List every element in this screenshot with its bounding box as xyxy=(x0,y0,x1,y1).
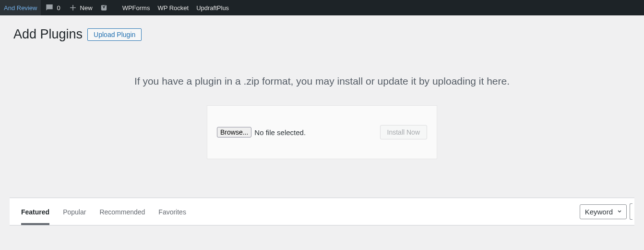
filter-tabs: Featured Popular Recommended Favorites xyxy=(10,198,186,225)
toolbar-item-wpforms[interactable]: WPForms xyxy=(119,0,154,15)
toolbar-review-link[interactable]: And Review xyxy=(0,0,41,15)
toolbar-review-label: And Review xyxy=(4,4,37,12)
tab-popular[interactable]: Popular xyxy=(63,199,86,225)
upload-form: Browse... No file selected. Install Now xyxy=(207,105,437,159)
toolbar-item-label: UpdraftPlus xyxy=(196,4,229,12)
toolbar-comments[interactable]: 0 xyxy=(41,0,64,15)
page-title: Add Plugins xyxy=(13,27,83,42)
install-now-button[interactable]: Install Now xyxy=(380,125,427,139)
tab-featured[interactable]: Featured xyxy=(21,199,49,225)
toolbar-item-label: WPForms xyxy=(122,4,150,12)
plugin-filter-bar: Featured Popular Recommended Favorites K… xyxy=(10,198,634,225)
search-type-select[interactable]: Keyword xyxy=(580,204,627,219)
comment-icon xyxy=(45,3,54,12)
toolbar-item-updraftplus[interactable]: UpdraftPlus xyxy=(192,0,233,15)
tab-favorites[interactable]: Favorites xyxy=(158,199,186,225)
file-input-group: Browse... No file selected. xyxy=(217,127,306,138)
browse-button[interactable]: Browse... xyxy=(217,127,251,138)
page-header: Add Plugins Upload Plugin xyxy=(10,15,634,42)
file-selected-status: No file selected. xyxy=(254,128,306,137)
plus-icon xyxy=(68,3,78,12)
toolbar-comments-count: 0 xyxy=(57,4,60,12)
filter-search-group: Keyword xyxy=(580,203,634,220)
yoast-icon xyxy=(100,3,110,12)
search-input[interactable] xyxy=(630,203,632,220)
admin-toolbar: And Review 0 New WPForms WP Rocket Updra… xyxy=(0,0,644,15)
search-type-label: Keyword xyxy=(585,208,613,216)
page-content: Add Plugins Upload Plugin If you have a … xyxy=(0,15,644,225)
toolbar-yoast[interactable] xyxy=(96,0,114,15)
upload-plugin-button[interactable]: Upload Plugin xyxy=(87,28,142,41)
upload-area: If you have a plugin in a .zip format, y… xyxy=(10,75,634,159)
tab-recommended[interactable]: Recommended xyxy=(99,199,145,225)
upload-help-text: If you have a plugin in a .zip format, y… xyxy=(10,75,634,87)
toolbar-item-wprocket[interactable]: WP Rocket xyxy=(154,0,192,15)
toolbar-new[interactable]: New xyxy=(64,0,96,15)
toolbar-item-label: WP Rocket xyxy=(157,4,189,12)
chevron-down-icon xyxy=(617,208,622,216)
toolbar-new-label: New xyxy=(80,4,93,12)
